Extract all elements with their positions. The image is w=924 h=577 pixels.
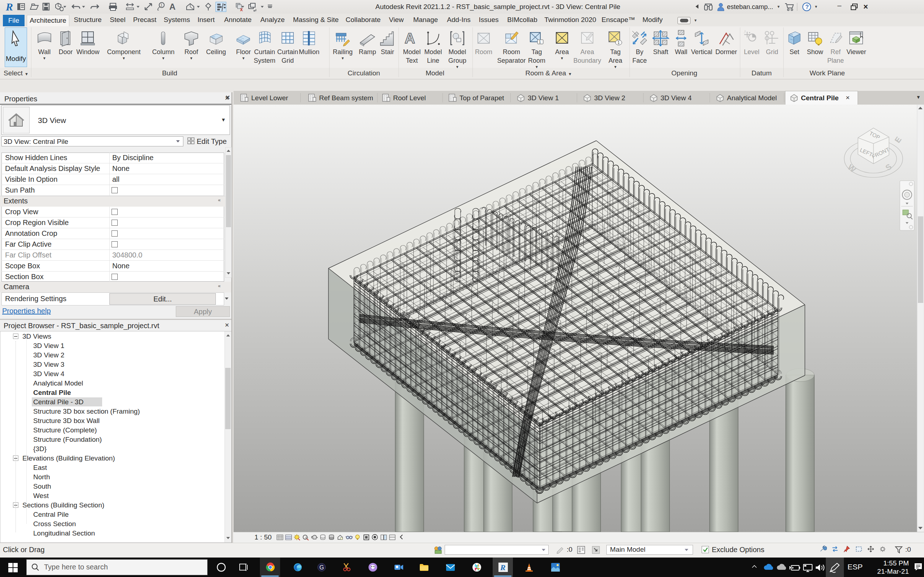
svg-text:G: G: [320, 564, 324, 571]
svg-text:R: R: [500, 563, 506, 572]
